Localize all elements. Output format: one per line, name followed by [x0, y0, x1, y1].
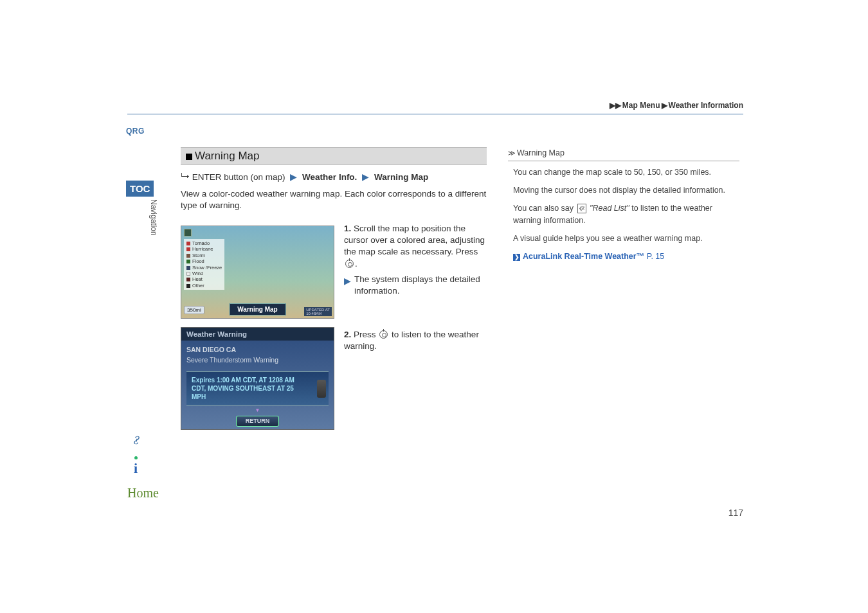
- legend-label: Tornado: [192, 240, 210, 246]
- section-heading: Warning Map: [181, 147, 487, 165]
- page-number: 117: [728, 508, 743, 518]
- voice-icon: ⟪ᴤ: [577, 204, 586, 213]
- map-title: Warning Map: [229, 303, 285, 315]
- link-arrow-icon: ❯: [513, 254, 520, 261]
- heading-marker-icon: [186, 154, 192, 160]
- step-text: Scroll the map to position the cursor ov…: [344, 224, 485, 256]
- legend-swatch: [186, 278, 190, 281]
- legend-swatch: [186, 284, 190, 288]
- breadcrumb-sep: ▶: [662, 101, 667, 110]
- weather-warning-panel: Weather Warning SAN DIEGO CA Severe Thun…: [181, 327, 334, 430]
- breadcrumb-level2: Weather Information: [669, 101, 743, 110]
- legend-swatch: [186, 266, 190, 270]
- enter-icon: ⮡: [181, 172, 190, 182]
- sidebar-p4: A visual guide helps you see a weather w…: [508, 233, 739, 244]
- legend-label: Flood: [192, 258, 204, 264]
- menu-path: ⮡ ENTER button (on map) ▶ Weather Info. …: [181, 172, 487, 182]
- panel-detail-text: Expires 1:00 AM CDT, AT 1208 AM CDT, MOV…: [192, 377, 294, 400]
- map-corner-icon: [184, 229, 192, 236]
- breadcrumb: ▶▶Map Menu▶Weather Information: [608, 101, 743, 110]
- panel-detail: Expires 1:00 AM CDT, AT 1208 AM CDT, MOV…: [186, 371, 329, 405]
- home-icon[interactable]: Home: [127, 486, 144, 501]
- path-item-2: Warning Map: [374, 172, 428, 182]
- header-rule: [127, 114, 743, 114]
- breadcrumb-arrow: ▶▶: [610, 101, 621, 110]
- step-2: 2. Press to listen to the weather warnin…: [344, 329, 489, 352]
- audio-icon: [317, 380, 326, 398]
- p3-quote: "Read List": [590, 204, 629, 213]
- step-text-a: Press: [354, 330, 378, 339]
- sidebar-title-text: Warning Map: [517, 148, 565, 157]
- panel-header: Weather Warning: [181, 328, 334, 341]
- legend-swatch: [186, 242, 190, 245]
- sidebar-notes: ≫Warning Map You can change the map scal…: [508, 147, 739, 269]
- p3-a: You can also say: [513, 204, 576, 213]
- sidebar-title: ≫Warning Map: [508, 147, 739, 161]
- path-arrow-icon: ▶: [362, 172, 369, 182]
- voice-commands-icon[interactable]: ᴤ: [127, 434, 144, 447]
- qrg-link[interactable]: QRG: [126, 127, 154, 136]
- updated-time: 10:48AM: [306, 312, 330, 315]
- legend-label: Other: [192, 283, 204, 289]
- press-icon: [379, 330, 388, 339]
- step-1: 1. Scroll the map to position the cursor…: [344, 223, 489, 299]
- legend-label: Wind: [192, 271, 203, 276]
- heading-text: Warning Map: [195, 150, 259, 162]
- legend-swatch: [186, 272, 190, 276]
- info-icon[interactable]: i: [127, 456, 144, 477]
- map-legend: Tornado Hurricane Storm Flood Snow /Free…: [184, 239, 224, 290]
- sidebar-link[interactable]: ❯AcuraLink Real-Time Weather™ P. 15: [508, 251, 739, 262]
- substep-arrow-icon: ▶: [344, 276, 351, 287]
- sidebar-p1: You can change the map scale to 50, 150,…: [508, 166, 739, 178]
- left-tabs: QRG TOC: [126, 127, 154, 197]
- section-tab-navigation: Navigation: [149, 199, 158, 236]
- press-icon: [345, 260, 354, 268]
- panel-severity: Severe Thunderstorm Warning: [181, 355, 334, 369]
- link-text: AcuraLink Real-Time Weather™: [523, 252, 644, 261]
- step-number: 2.: [344, 330, 351, 339]
- map-scale: 350mi: [184, 306, 204, 314]
- toc-link[interactable]: TOC: [126, 181, 154, 197]
- path-arrow-icon: ▶: [290, 172, 297, 182]
- section-body: View a color-coded weather warning map. …: [181, 188, 487, 211]
- substep-text: The system displays the detailed informa…: [354, 274, 480, 296]
- legend-swatch: [186, 254, 190, 258]
- panel-location: SAN DIEGO CA: [181, 341, 334, 355]
- legend-label: Storm: [192, 253, 205, 258]
- legend-swatch: [186, 247, 190, 251]
- path-prefix: ENTER button (on map): [192, 172, 285, 182]
- path-item-1: Weather Info.: [302, 172, 357, 182]
- legend-label: Snow /Freeze: [192, 265, 222, 271]
- bottom-icon-bar: ᴤ i Home: [127, 434, 144, 501]
- return-arrow-icon: ▼: [181, 409, 334, 413]
- breadcrumb-level1: Map Menu: [622, 101, 660, 110]
- warning-map-figure: Tornado Hurricane Storm Flood Snow /Free…: [181, 226, 334, 319]
- panel-return: ▼ RETURN: [181, 408, 334, 429]
- step-number: 1.: [344, 224, 351, 233]
- sidebar-p2: Moving the cursor does not display the d…: [508, 184, 739, 196]
- return-button[interactable]: RETURN: [236, 416, 280, 427]
- legend-label: Hurricane: [192, 246, 213, 252]
- step-suffix: .: [355, 259, 357, 269]
- legend-swatch: [186, 260, 190, 263]
- sidebar-p3: You can also say ⟪ᴤ "Read List" to liste…: [508, 202, 739, 226]
- legend-label: Heat: [192, 276, 203, 282]
- main-section: Warning Map ⮡ ENTER button (on map) ▶ We…: [181, 147, 487, 211]
- map-updated: UPDATED AT 10:48AM: [304, 307, 332, 316]
- sidebar-title-icon: ≫: [508, 149, 514, 157]
- link-page: P. 15: [644, 252, 664, 261]
